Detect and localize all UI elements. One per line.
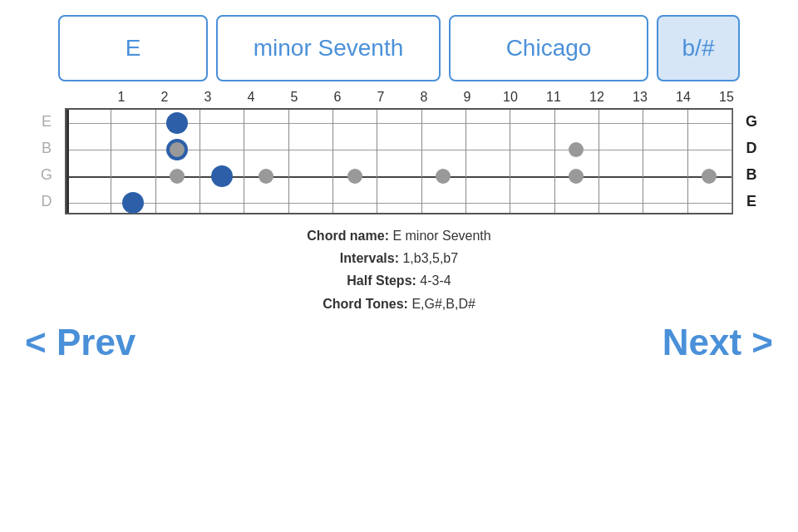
fret-number-10: 10 [489, 90, 532, 105]
fret-number-4: 4 [229, 90, 273, 105]
dot [569, 142, 584, 157]
dot [259, 169, 273, 184]
string-labels-right: G D B E [733, 108, 765, 214]
right-label-g: G [738, 108, 765, 135]
fretboard [65, 108, 733, 214]
dot [166, 112, 188, 134]
dot [170, 169, 185, 184]
accidental-label: b/# [682, 35, 715, 62]
fret-number-5: 5 [273, 90, 316, 105]
fret-number-14: 14 [662, 90, 705, 105]
fret-number-11: 11 [532, 90, 575, 105]
fret-number-8: 8 [402, 90, 446, 105]
chord-name-value: E minor Seventh [392, 229, 490, 243]
prev-button[interactable]: < Prev [25, 322, 135, 363]
selector-row: E minor Seventh Chicago b/# [0, 0, 798, 90]
fretboard-section: 123456789101112131415 E B G D G D B E [0, 90, 798, 214]
left-label-e: E [33, 108, 60, 135]
dot [436, 169, 451, 184]
position-selector[interactable]: Chicago [449, 15, 648, 81]
fret-number-1: 1 [100, 90, 143, 105]
right-label-b: B [738, 161, 765, 188]
intervals-label: Intervals: [340, 251, 399, 265]
intervals-line: Intervals: 1,b3,5,b7 [340, 247, 458, 269]
string-labels-left: E B G D [33, 108, 65, 214]
dot [347, 169, 362, 184]
fret-number-12: 12 [575, 90, 618, 105]
halfsteps-line: Half Steps: 4-3-4 [347, 269, 451, 292]
intervals-value: 1,b3,5,b7 [402, 251, 458, 265]
type-selector[interactable]: minor Seventh [216, 15, 441, 81]
accidental-selector[interactable]: b/# [657, 15, 740, 81]
left-label-d: D [33, 188, 60, 214]
dot [122, 192, 144, 214]
halfsteps-label: Half Steps: [347, 273, 416, 288]
right-label-e: E [738, 188, 765, 214]
tones-value: E,G#,B,D# [411, 297, 475, 311]
fretboard-wrapper: E B G D G D B E [33, 108, 765, 214]
dot [569, 169, 584, 184]
type-label: minor Seventh [254, 35, 404, 62]
halfsteps-value: 4-3-4 [420, 273, 451, 288]
fret-number-15: 15 [705, 90, 748, 105]
tones-label: Chord Tones: [323, 297, 408, 311]
fret-numbers: 123456789101112131415 [100, 90, 748, 105]
fret-number-13: 13 [618, 90, 662, 105]
dot [702, 169, 717, 184]
right-label-d: D [738, 135, 765, 161]
fret-number-3: 3 [186, 90, 229, 105]
left-label-b: B [33, 135, 60, 161]
chord-name-line: Chord name: E minor Seventh [307, 224, 490, 247]
next-button[interactable]: Next > [663, 322, 773, 363]
fret-number-6: 6 [316, 90, 359, 105]
root-selector[interactable]: E [58, 15, 208, 81]
fret-number-7: 7 [359, 90, 402, 105]
dot [211, 165, 233, 187]
position-label: Chicago [506, 35, 592, 62]
left-label-g: G [33, 161, 60, 188]
tones-line: Chord Tones: E,G#,B,D# [323, 293, 475, 315]
root-label: E [126, 35, 141, 62]
navigation: < Prev Next > [0, 322, 798, 363]
chord-name-label: Chord name: [307, 229, 389, 243]
fret-number-9: 9 [446, 90, 489, 105]
chord-info: Chord name: E minor Seventh Intervals: 1… [0, 224, 798, 315]
fret-number-2: 2 [143, 90, 186, 105]
